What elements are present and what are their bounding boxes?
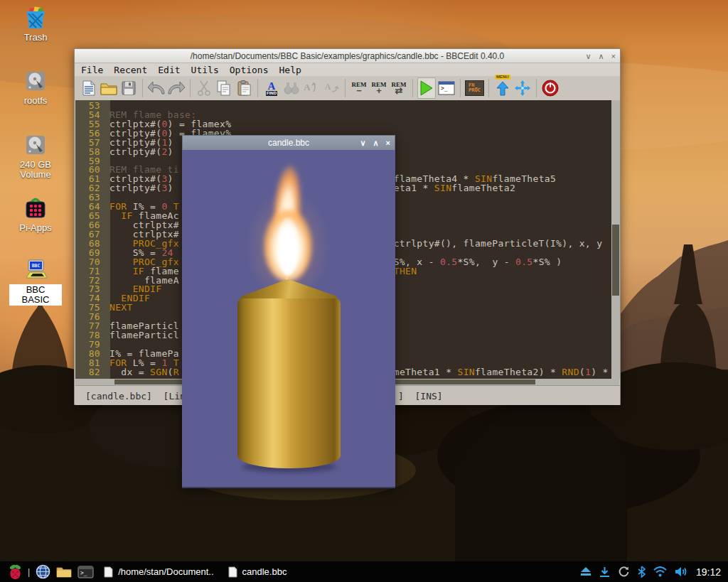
system-tray: 19:12: [580, 566, 728, 578]
bbc-basic-icon: BBC: [23, 257, 48, 282]
open-file-button[interactable]: [100, 77, 118, 99]
svg-text:A: A: [325, 82, 331, 92]
power-button[interactable]: [541, 77, 560, 99]
wifi-icon[interactable]: [653, 566, 667, 577]
menu-utils[interactable]: Utils: [191, 65, 219, 75]
trash-icon: [23, 5, 48, 31]
minimize-icon[interactable]: ∨: [585, 49, 591, 63]
save-icon: [122, 81, 136, 95]
menu-edit[interactable]: Edit: [158, 65, 180, 75]
rem-toggle-button[interactable]: REM ⇄: [390, 77, 408, 99]
copy-button[interactable]: [215, 77, 233, 99]
titlebar[interactable]: /home/stan/Documents/BBC Basic/examples/…: [75, 49, 620, 63]
start-menu-button[interactable]: [9, 564, 22, 580]
open-folder-icon: [100, 81, 117, 95]
terminal-launcher[interactable]: >_: [77, 566, 94, 578]
candle-body: [237, 298, 341, 468]
download-icon[interactable]: [599, 566, 610, 578]
graphics-canvas: [182, 150, 395, 488]
new-file-icon: [82, 80, 95, 96]
toolbar: A FIND A A: [75, 76, 620, 100]
power-icon: [542, 80, 559, 97]
replace-all-button[interactable]: A: [322, 77, 341, 99]
copy-icon: [216, 80, 232, 96]
line-number: 82: [75, 368, 105, 377]
titlebar[interactable]: candle.bbc ∨ ∧ ×: [182, 135, 395, 150]
vertical-scrollbar[interactable]: [611, 100, 620, 379]
redo-icon: [167, 81, 186, 95]
folder-icon: [56, 566, 72, 578]
clock: 19:12: [696, 566, 721, 578]
pi-apps-icon: [23, 195, 48, 221]
desktop-icon-volume[interactable]: 240 GB Volume: [9, 132, 62, 180]
taskbar: | >_ /home/sta: [0, 561, 728, 582]
menu-tag: MENU: [495, 75, 510, 80]
fn-proc-button[interactable]: FN_ PROC: [465, 77, 484, 99]
bluetooth-icon[interactable]: [638, 566, 646, 578]
replace-button[interactable]: A: [302, 77, 321, 99]
menu-options[interactable]: Options: [230, 65, 269, 75]
up-arrow-icon: [496, 80, 509, 96]
svg-text:A: A: [304, 82, 311, 92]
eject-icon[interactable]: [580, 566, 592, 577]
browser-launcher[interactable]: [36, 564, 50, 579]
cut-button[interactable]: [195, 77, 213, 99]
close-icon[interactable]: ×: [611, 49, 616, 63]
new-file-button[interactable]: [80, 77, 98, 99]
undo-button[interactable]: [147, 77, 166, 99]
task-button-editor[interactable]: /home/stan/Document..: [104, 566, 213, 578]
terminal-icon: >_: [77, 566, 94, 578]
volume-icon[interactable]: [675, 566, 688, 577]
maximize-icon[interactable]: ∧: [373, 136, 379, 150]
terminal-button[interactable]: >_: [437, 77, 456, 99]
swap-arrows-icon: ⇄: [392, 87, 407, 95]
run-button[interactable]: [417, 77, 436, 99]
disk-icon: [23, 68, 48, 94]
plus-icon: +: [372, 87, 387, 95]
screen: Trash rootfs 240 GB Volume Pi-Apps: [0, 0, 728, 582]
taskbar-separator: |: [28, 567, 30, 577]
rem-add-button[interactable]: REM +: [370, 77, 388, 99]
close-icon[interactable]: ×: [386, 136, 390, 150]
terminal-icon: >_: [438, 81, 455, 95]
raspberry-icon: [9, 564, 22, 580]
status-file-info: [candle.bbc] [Lin: [85, 391, 186, 402]
svg-text:>_: >_: [441, 85, 448, 92]
find-button[interactable]: A FIND: [262, 77, 281, 99]
paste-icon: [237, 80, 251, 96]
flame-core: [277, 217, 299, 276]
svg-text:>_: >_: [80, 570, 87, 576]
vertical-scrollbar-thumb[interactable]: [612, 225, 619, 296]
find-next-button[interactable]: [282, 77, 301, 99]
replace-icon: A: [303, 80, 320, 96]
file-manager-launcher[interactable]: [56, 566, 72, 578]
desktop-icon-rootfs[interactable]: rootfs: [9, 68, 62, 106]
desktop-icon-trash[interactable]: Trash: [9, 5, 62, 43]
maximize-icon[interactable]: ∧: [599, 49, 604, 63]
globe-icon: [36, 564, 50, 579]
icon-label: Pi-Apps: [9, 223, 62, 233]
menu-up-button[interactable]: MENU: [493, 77, 512, 99]
svg-text:BBC: BBC: [32, 263, 41, 269]
save-button[interactable]: [119, 77, 138, 99]
menu-help[interactable]: Help: [279, 65, 301, 75]
task-label: candle.bbc: [242, 566, 287, 577]
paste-button[interactable]: [235, 77, 253, 99]
menu-recent[interactable]: Recent: [114, 65, 147, 75]
desktop-icon-pi-apps[interactable]: Pi-Apps: [9, 195, 62, 233]
move-button[interactable]: [513, 77, 532, 99]
document-icon: [104, 566, 113, 578]
binoculars-icon: [283, 81, 300, 95]
code-text: NEXT: [105, 303, 133, 313]
redo-button[interactable]: [167, 77, 186, 99]
window-title: /home/stan/Documents/BBC Basic/examples/…: [75, 51, 620, 61]
status-mode-info: ] [INS]: [398, 391, 443, 402]
menu-file[interactable]: File: [81, 65, 103, 75]
desktop-icon-bbc-basic[interactable]: BBC BBC BASIC: [9, 257, 62, 306]
undo-icon: [147, 81, 166, 95]
updates-icon[interactable]: [618, 566, 630, 578]
rem-remove-button[interactable]: REM −: [350, 77, 368, 99]
task-button-candle[interactable]: candle.bbc: [228, 566, 287, 578]
candle-window: candle.bbc ∨ ∧ ×: [182, 135, 395, 488]
minimize-icon[interactable]: ∨: [360, 136, 365, 150]
